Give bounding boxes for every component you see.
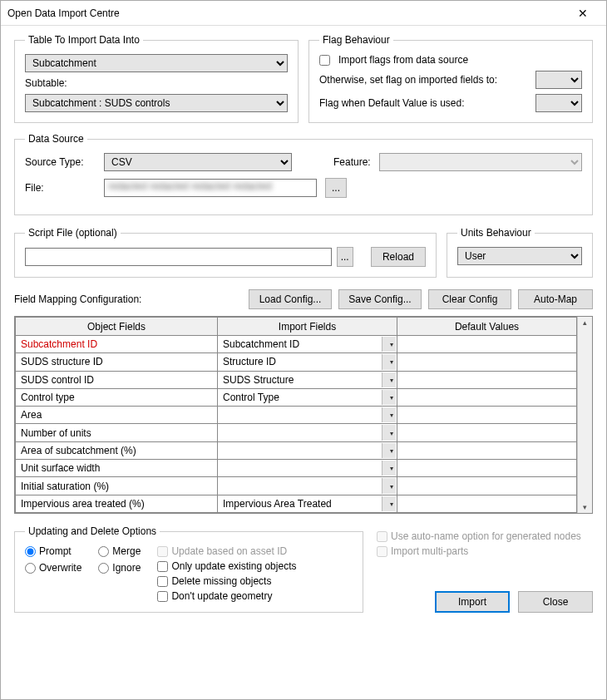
- table-select[interactable]: Subcatchment: [25, 54, 288, 72]
- only-existing-label: Only update existing objects: [171, 560, 296, 572]
- units-behaviour-legend: Units Behaviour: [457, 227, 535, 239]
- chevron-down-icon: ▾: [390, 465, 393, 472]
- import-field-cell[interactable]: Structure ID▾: [218, 353, 397, 371]
- default-value-cell[interactable]: [397, 388, 577, 406]
- load-config-button[interactable]: Load Config...: [249, 289, 332, 309]
- object-field-cell: Area of subcatchment (%): [16, 441, 218, 459]
- default-value-cell[interactable]: [397, 441, 577, 459]
- chevron-down-icon: ▾: [390, 394, 393, 402]
- import-field-cell[interactable]: ▾: [218, 441, 397, 459]
- script-browse-button[interactable]: ...: [337, 247, 353, 267]
- table-row: Control typeControl Type▾: [16, 388, 577, 406]
- data-source-group: Data Source Source Type: CSV Feature: Fi…: [14, 133, 593, 215]
- subtable-label: Subtable:: [25, 77, 67, 89]
- file-browse-button[interactable]: ...: [325, 178, 347, 198]
- feature-label: Feature:: [333, 156, 371, 168]
- mapping-table: Object Fields Import Fields Default Valu…: [15, 317, 577, 513]
- import-flags-checkbox[interactable]: [319, 55, 330, 66]
- file-input[interactable]: redacted redacted redacted redacted: [104, 179, 317, 197]
- table-import-group: Table To Import Data Into Subcatchment S…: [14, 34, 299, 123]
- col-object-fields: Object Fields: [16, 318, 218, 336]
- close-icon[interactable]: ✕: [566, 7, 600, 20]
- import-field-cell[interactable]: ▾: [218, 407, 397, 424]
- scroll-up-icon[interactable]: ▴: [578, 318, 592, 327]
- import-field-cell[interactable]: ▾: [218, 477, 397, 495]
- default-value-cell[interactable]: [397, 424, 577, 441]
- default-value-cell[interactable]: [397, 371, 577, 388]
- object-field-cell: Control type: [16, 388, 218, 406]
- dont-update-geom-checkbox[interactable]: [157, 591, 168, 602]
- feature-select: [379, 153, 582, 171]
- table-import-legend: Table To Import Data Into: [25, 34, 143, 46]
- flag-behaviour-group: Flag Behaviour Import flags from data so…: [308, 34, 593, 123]
- mapping-table-container: Object Fields Import Fields Default Valu…: [14, 316, 593, 514]
- source-type-select[interactable]: CSV: [104, 153, 292, 171]
- script-file-group: Script File (optional) ... Reload: [14, 227, 437, 278]
- flag-default-select[interactable]: [535, 94, 582, 112]
- data-source-legend: Data Source: [25, 133, 87, 145]
- field-mapping-label: Field Mapping Configuration:: [14, 293, 242, 305]
- save-config-button[interactable]: Save Config...: [338, 289, 422, 309]
- automap-button[interactable]: Auto-Map: [518, 289, 593, 309]
- chevron-down-icon: ▾: [390, 412, 393, 419]
- chevron-down-icon: ▾: [390, 429, 393, 436]
- merge-label: Merge: [112, 545, 141, 557]
- merge-radio[interactable]: [98, 546, 109, 557]
- ignore-radio[interactable]: [98, 563, 109, 574]
- default-value-cell[interactable]: [397, 477, 577, 495]
- chevron-down-icon: ▾: [390, 358, 393, 366]
- chevron-down-icon: ▾: [390, 482, 393, 490]
- update-assetid-label: Update based on asset ID: [171, 545, 287, 557]
- table-row: Impervious area treated (%)Impervious Ar…: [16, 495, 577, 512]
- table-row: Subcatchment IDSubcatchment ID▾: [16, 336, 577, 353]
- import-field-cell[interactable]: SUDS Structure▾: [218, 371, 397, 388]
- delete-missing-checkbox[interactable]: [157, 576, 168, 587]
- chevron-down-icon: ▾: [390, 341, 393, 348]
- import-field-cell[interactable]: Impervious Area Treated▾: [218, 495, 397, 512]
- updating-options-legend: Updating and Delete Options: [25, 525, 160, 537]
- col-import-fields: Import Fields: [218, 318, 397, 336]
- import-field-cell[interactable]: ▾: [218, 424, 397, 441]
- overwrite-radio[interactable]: [25, 563, 36, 574]
- import-button[interactable]: Import: [435, 591, 510, 613]
- table-row: SUDS control IDSUDS Structure▾: [16, 371, 577, 388]
- mapping-scrollbar[interactable]: ▴ ▾: [577, 317, 592, 513]
- object-field-cell: Subcatchment ID: [16, 336, 218, 353]
- close-button[interactable]: Close: [518, 591, 593, 613]
- window-title: Open Data Import Centre: [7, 7, 566, 19]
- reload-button[interactable]: Reload: [371, 247, 426, 267]
- autoname-checkbox: [377, 531, 387, 542]
- default-value-cell[interactable]: [397, 353, 577, 371]
- units-behaviour-select[interactable]: User: [457, 247, 582, 265]
- default-value-cell[interactable]: [397, 407, 577, 424]
- file-label: File:: [25, 182, 96, 194]
- clear-config-button[interactable]: Clear Config: [428, 289, 511, 309]
- flag-default-label: Flag when Default Value is used:: [319, 97, 531, 109]
- overwrite-label: Overwrite: [39, 562, 81, 574]
- table-row: Initial saturation (%)▾: [16, 477, 577, 495]
- default-value-cell[interactable]: [397, 336, 577, 353]
- import-field-cell[interactable]: ▾: [218, 460, 397, 477]
- table-row: Area of subcatchment (%)▾: [16, 441, 577, 459]
- subtable-select[interactable]: Subcatchment : SUDS controls: [25, 94, 288, 112]
- import-field-cell[interactable]: Control Type▾: [218, 388, 397, 406]
- col-default-values: Default Values: [397, 318, 577, 336]
- titlebar: Open Data Import Centre ✕: [1, 1, 606, 26]
- source-type-label: Source Type:: [25, 156, 96, 168]
- otherwise-flag-select[interactable]: [535, 71, 582, 89]
- delete-missing-label: Delete missing objects: [171, 575, 271, 587]
- object-field-cell: SUDS structure ID: [16, 353, 218, 371]
- default-value-cell[interactable]: [397, 495, 577, 512]
- chevron-down-icon: ▾: [390, 376, 393, 383]
- object-field-cell: Area: [16, 407, 218, 424]
- only-existing-checkbox[interactable]: [157, 561, 168, 572]
- default-value-cell[interactable]: [397, 460, 577, 477]
- prompt-radio[interactable]: [25, 546, 36, 557]
- script-file-input[interactable]: [25, 248, 332, 266]
- scroll-down-icon[interactable]: ▾: [578, 503, 592, 511]
- import-field-cell[interactable]: Subcatchment ID▾: [218, 336, 397, 353]
- multiparts-label: Import multi-parts: [391, 545, 468, 557]
- object-field-cell: Number of units: [16, 424, 218, 441]
- table-row: Number of units▾: [16, 424, 577, 441]
- table-row: Unit surface width▾: [16, 460, 577, 477]
